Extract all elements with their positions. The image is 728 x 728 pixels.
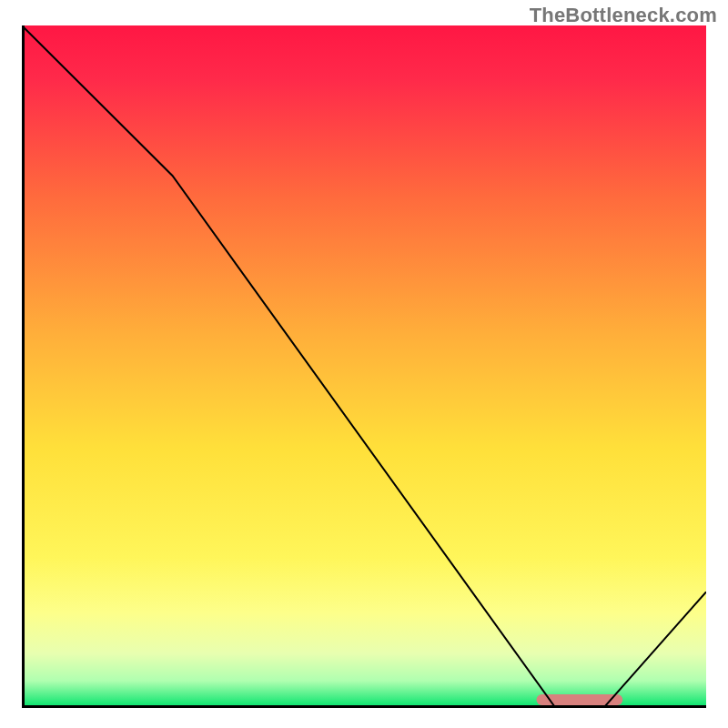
chart-container: TheBottleneck.com	[0, 0, 728, 728]
watermark-text: TheBottleneck.com	[530, 4, 717, 27]
axes-frame	[22, 25, 706, 708]
